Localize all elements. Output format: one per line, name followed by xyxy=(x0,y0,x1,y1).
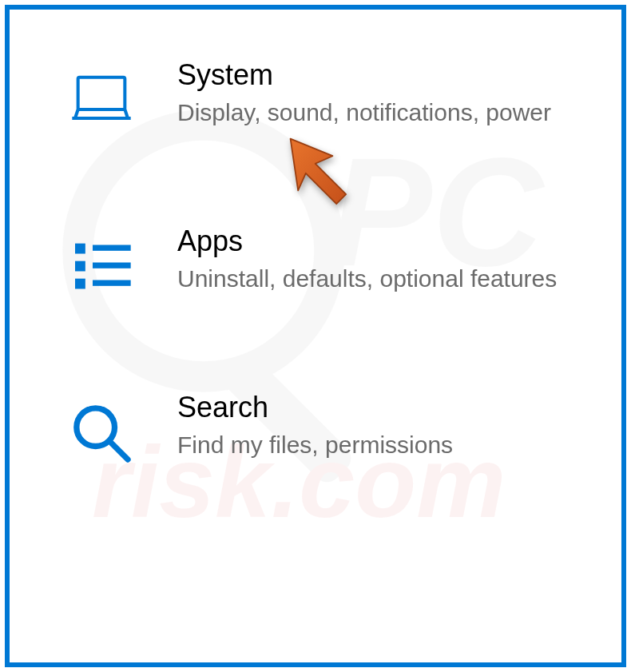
laptop-icon xyxy=(58,58,145,136)
settings-item-text: System Display, sound, notifications, po… xyxy=(177,58,589,128)
svg-rect-9 xyxy=(75,261,85,272)
settings-item-title: System xyxy=(177,58,589,92)
svg-rect-11 xyxy=(93,245,131,251)
settings-item-apps[interactable]: Apps Uninstall, defaults, optional featu… xyxy=(58,224,589,302)
settings-item-title: Apps xyxy=(177,224,589,258)
search-icon xyxy=(58,390,145,468)
settings-item-text: Apps Uninstall, defaults, optional featu… xyxy=(177,224,589,294)
svg-line-15 xyxy=(110,442,128,459)
svg-rect-13 xyxy=(93,280,131,286)
settings-list: System Display, sound, notifications, po… xyxy=(10,10,621,500)
settings-item-subtitle: Display, sound, notifications, power xyxy=(177,97,561,128)
svg-rect-10 xyxy=(75,279,85,289)
settings-item-title: Search xyxy=(177,390,589,424)
settings-item-system[interactable]: System Display, sound, notifications, po… xyxy=(58,58,589,136)
svg-rect-4 xyxy=(78,78,125,109)
settings-item-subtitle: Uninstall, defaults, optional features xyxy=(177,263,561,294)
svg-rect-12 xyxy=(93,263,131,268)
settings-item-search[interactable]: Search Find my files, permissions xyxy=(58,390,589,468)
svg-rect-8 xyxy=(75,244,85,254)
list-icon xyxy=(58,224,145,302)
settings-item-text: Search Find my files, permissions xyxy=(177,390,589,460)
settings-panel: PC risk.com System Display, sound, notif… xyxy=(5,5,626,667)
settings-item-subtitle: Find my files, permissions xyxy=(177,429,561,460)
